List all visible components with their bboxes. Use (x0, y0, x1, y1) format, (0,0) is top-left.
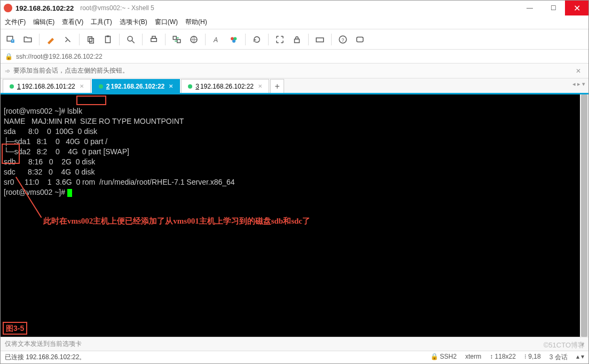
status-pos: ⁝ 9,18 (524, 353, 541, 362)
address-text: ssh://root@192.168.26.102:22 (16, 53, 103, 60)
tab-close-icon[interactable]: ✕ (258, 83, 262, 89)
hint-text: 要添加当前会话，点击左侧的箭头按钮。 (13, 66, 129, 75)
menu-edit[interactable]: 编辑(E) (33, 18, 54, 27)
highlight-box-cmd (76, 96, 106, 105)
arrow-hint-icon[interactable]: ➾ (5, 67, 10, 75)
status-dot-icon (99, 84, 103, 89)
terminal-command: lsblk (67, 107, 82, 115)
print-icon[interactable] (148, 34, 160, 45)
menu-file[interactable]: 文件(F) (5, 18, 26, 27)
status-bar: 已连接 192.168.26.102:22。 🔒 SSH2 xterm ↕ 11… (1, 351, 588, 363)
terminal-scrollbar[interactable] (580, 94, 588, 337)
menu-help[interactable]: 帮助(H) (185, 18, 207, 27)
terminal-prompt: [root@vms002 ~]# (4, 188, 67, 196)
lsblk-row: └─sda2 8:2 0 4G 0 part [SWAP] (4, 147, 129, 156)
svg-rect-12 (177, 39, 180, 43)
lsblk-header: NAME MAJ:MIN RM SIZE RO TYPE MOUNTPOINT (4, 117, 184, 125)
color-icon[interactable] (228, 34, 240, 45)
send-bar-label: 仅将文本发送到当前选项卡 (5, 339, 82, 349)
status-dot-icon (10, 84, 14, 89)
cursor-icon (67, 189, 72, 197)
lock-icon[interactable] (291, 34, 303, 45)
status-dot-icon (188, 84, 192, 89)
lock-small-icon: 🔒 (5, 53, 13, 60)
svg-rect-5 (106, 36, 111, 43)
lsblk-row: sdc 8:32 0 4G 0 disk (4, 168, 97, 176)
tab-nav-icon[interactable]: ◂ ▸ ▾ (572, 81, 585, 88)
svg-line-8 (132, 41, 135, 43)
status-connection: 已连接 192.168.26.102:22。 (5, 353, 85, 362)
paste-icon[interactable] (102, 34, 114, 45)
svg-rect-23 (357, 37, 363, 42)
help-icon[interactable]: ? (337, 34, 349, 45)
fullscreen-icon[interactable] (274, 34, 286, 45)
watermark: ©51CTO博客 (544, 341, 585, 350)
status-sessions: 3 会话 (549, 353, 568, 362)
compose-icon[interactable] (354, 34, 366, 45)
svg-text:A: A (213, 36, 218, 43)
status-ssh: 🔒 SSH2 (430, 353, 457, 362)
svg-rect-19 (316, 38, 324, 42)
svg-text:+: + (12, 38, 14, 43)
tab-add-button[interactable]: + (270, 79, 284, 93)
status-term: xterm (465, 353, 481, 362)
window-minimize-button[interactable]: — (518, 1, 541, 15)
lsblk-row: sda 8:0 0 100G 0 disk (4, 127, 99, 136)
open-session-icon[interactable] (22, 34, 34, 45)
properties-icon[interactable] (45, 34, 57, 45)
title-bar: 192.168.26.102:22 root@vms002:~ - Xshell… (1, 1, 588, 15)
svg-rect-9 (151, 38, 157, 41)
status-size: ↕ 118x22 (490, 353, 516, 362)
svg-point-7 (128, 36, 132, 41)
svg-rect-6 (107, 35, 109, 37)
hint-close-button[interactable]: ✕ (572, 67, 584, 75)
session-tab-3[interactable]: 3 192.168.26.102:22 ✕ (181, 79, 269, 93)
title-sub: root@vms002:~ - Xshell 5 (80, 4, 154, 12)
svg-rect-10 (152, 36, 155, 38)
figure-label: 图3-5 (3, 322, 27, 335)
menu-tools[interactable]: 工具(T) (91, 18, 112, 27)
session-tab-1[interactable]: 1 192.168.26.101:22 ✕ (3, 79, 91, 93)
menu-tab[interactable]: 选项卡(B) (120, 18, 147, 27)
svg-text:?: ? (341, 37, 344, 42)
tab-close-icon[interactable]: ✕ (80, 83, 84, 89)
app-icon (4, 4, 12, 12)
globe-icon[interactable] (188, 34, 200, 45)
terminal-prompt: [root@vms002 ~]# (4, 107, 67, 115)
keyboard-icon[interactable] (314, 34, 326, 45)
menu-view[interactable]: 查看(V) (62, 18, 83, 27)
copy-icon[interactable] (85, 34, 97, 45)
new-session-icon[interactable]: + (5, 34, 17, 45)
session-tab-2[interactable]: 2 192.168.26.102:22 ✕ (92, 79, 180, 93)
search-icon[interactable] (125, 34, 137, 45)
send-bar[interactable]: 仅将文本发送到当前选项卡 ▾ (1, 337, 588, 351)
menu-window[interactable]: 窗口(W) (155, 18, 178, 27)
address-bar[interactable]: 🔒 ssh://root@192.168.26.102:22 (1, 50, 588, 64)
tabs-bar: 1 192.168.26.101:22 ✕ 2 192.168.26.102:2… (1, 78, 588, 94)
chevron-up-icon[interactable]: ▴ ▾ (576, 353, 584, 362)
highlight-box-disk (2, 144, 20, 164)
terminal-area[interactable]: [root@vms002 ~]# lsblk NAME MAJ:MIN RM S… (1, 94, 588, 337)
svg-rect-11 (173, 36, 176, 39)
annotation-text: 此时在vms002主机上便已经添加了从vms001主机上学习到的磁盘sdb和sd… (43, 216, 310, 226)
title-host: 192.168.26.102:22 (15, 4, 74, 12)
hint-bar: ➾ 要添加当前会话，点击左侧的箭头按钮。 ✕ (1, 64, 588, 78)
transfer-icon[interactable] (171, 34, 183, 45)
refresh-icon[interactable] (251, 34, 263, 45)
tab-close-icon[interactable]: ✕ (169, 83, 173, 89)
svg-rect-18 (295, 39, 300, 43)
svg-point-17 (232, 39, 235, 43)
menu-bar: 文件(F) 编辑(E) 查看(V) 工具(T) 选项卡(B) 窗口(W) 帮助(… (1, 15, 588, 29)
font-icon[interactable]: A (211, 34, 223, 45)
toolbar: + A ? (1, 29, 588, 50)
reconnect-icon[interactable] (62, 34, 74, 45)
window-maximize-button[interactable]: ☐ (541, 1, 565, 15)
lsblk-row: sr0 11:0 1 3.6G 0 rom /run/media/root/RH… (4, 178, 235, 186)
window-close-button[interactable]: ✕ (565, 1, 588, 15)
